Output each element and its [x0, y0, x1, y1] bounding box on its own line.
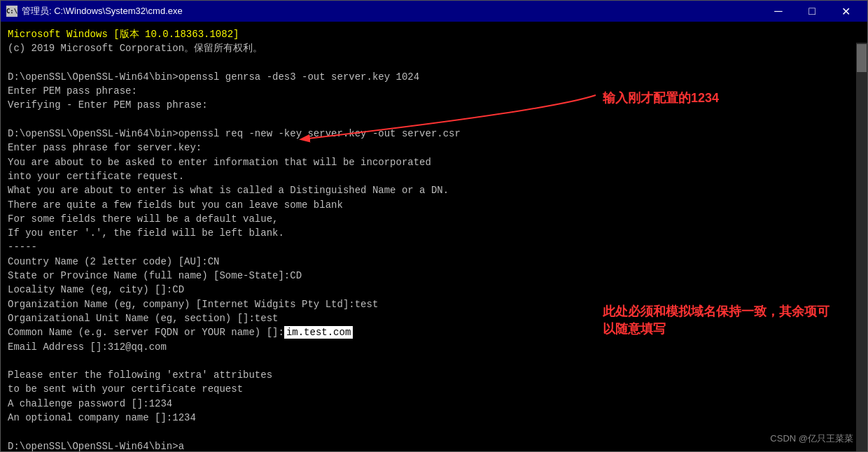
- titlebar: C:\ 管理员: C:\Windows\System32\cmd.exe ─ □…: [1, 1, 867, 22]
- terminal-line: Verifying - Enter PEM pass phrase:: [8, 98, 860, 112]
- terminal-line: Locality Name (eg, city) []:CD: [8, 283, 860, 297]
- terminal-line: [8, 113, 860, 127]
- terminal-line: Organizational Unit Name (eg, section) […: [8, 311, 860, 325]
- terminal-line: into your certificate request.: [8, 169, 860, 183]
- maximize-button[interactable]: □: [796, 1, 828, 22]
- terminal-line: What you are about to enter is what is c…: [8, 183, 860, 197]
- terminal-line: Enter PEM pass phrase:: [8, 84, 860, 98]
- terminal-line: State or Province Name (full name) [Some…: [8, 269, 860, 283]
- close-button[interactable]: ✕: [830, 1, 862, 22]
- terminal-line: An optional company name []:1234: [8, 411, 860, 425]
- terminal-line: to be sent with your certificate request: [8, 382, 860, 396]
- terminal-line: There are quite a few fields but you can…: [8, 198, 860, 212]
- terminal-line: D:\openSSL\OpenSSL-Win64\bin>openssl gen…: [8, 70, 860, 84]
- cmd-window: C:\ 管理员: C:\Windows\System32\cmd.exe ─ □…: [0, 0, 868, 452]
- scrollbar-thumb[interactable]: [857, 44, 867, 72]
- terminal-line: You are about to be asked to enter infor…: [8, 155, 860, 169]
- window-title: 管理员: C:\Windows\System32\cmd.exe: [22, 5, 762, 17]
- app-icon: C:\: [6, 6, 18, 17]
- terminal-line: [8, 56, 860, 70]
- terminal-line: [8, 425, 860, 439]
- terminal-line: [8, 354, 860, 368]
- terminal-line: Organization Name (eg, company) [Interne…: [8, 297, 860, 311]
- terminal-line: Microsoft Windows [版本 10.0.18363.1082]: [8, 27, 860, 41]
- terminal-line: D:\openSSL\OpenSSL-Win64\bin>openssl req…: [8, 127, 860, 141]
- terminal-line: Country Name (2 letter code) [AU]:CN: [8, 255, 860, 269]
- scrollbar[interactable]: [856, 43, 867, 451]
- terminal-line: A challenge password []:1234: [8, 397, 860, 411]
- watermark: CSDN @亿只王菜菜: [770, 432, 853, 446]
- terminal-line: Enter pass phrase for server.key:: [8, 141, 860, 155]
- window-controls: ─ □ ✕: [762, 1, 862, 22]
- minimize-button[interactable]: ─: [762, 1, 794, 22]
- terminal-line: (c) 2019 Microsoft Corporation。保留所有权利。: [8, 41, 860, 55]
- terminal-line: If you enter '.', the field will be left…: [8, 226, 860, 240]
- terminal-body[interactable]: Microsoft Windows [版本 10.0.18363.1082] (…: [1, 22, 867, 451]
- terminal-line: Please enter the following 'extra' attri…: [8, 368, 860, 382]
- terminal-line: Common Name (e.g. server FQDN or YOUR na…: [8, 325, 860, 339]
- highlighted-domain: im.test.com: [284, 326, 353, 339]
- terminal-line: For some fields there will be a default …: [8, 212, 860, 226]
- terminal-line: Email Address []:312@qq.com: [8, 340, 860, 354]
- terminal-line: D:\openSSL\OpenSSL-Win64\bin>a: [8, 439, 860, 451]
- terminal-line: -----: [8, 240, 860, 254]
